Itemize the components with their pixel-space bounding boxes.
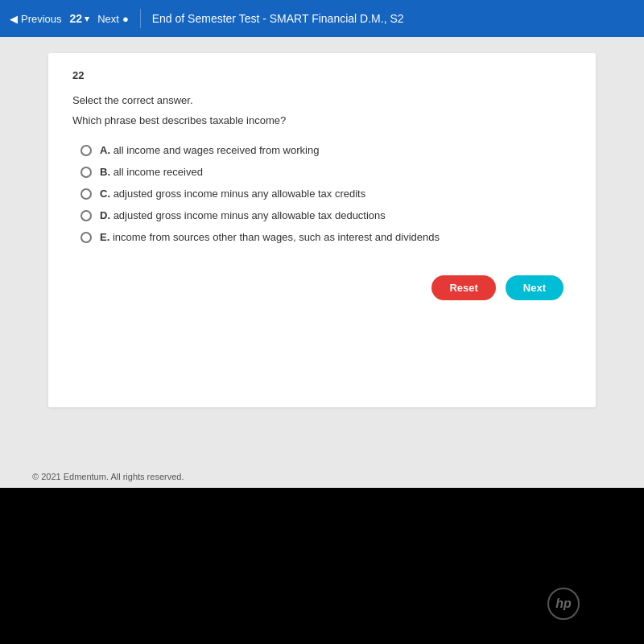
- question-number-selector[interactable]: 22 ▾: [70, 12, 90, 25]
- buttons-row: Reset Next: [72, 275, 572, 300]
- content-area: 22 Select the correct answer. Which phra…: [0, 37, 644, 488]
- option-text-e: income from sources other than wages, su…: [113, 231, 440, 243]
- instruction-text: Select the correct answer.: [72, 94, 572, 106]
- question-number-badge: 22: [72, 69, 572, 81]
- question-card: 22 Select the correct answer. Which phra…: [48, 53, 596, 407]
- radio-b[interactable]: [80, 167, 92, 178]
- option-letter-a: A.: [100, 144, 110, 156]
- previous-arrow: ◀: [10, 13, 18, 25]
- nav-divider: [140, 9, 141, 28]
- next-nav-icon: ●: [122, 13, 129, 25]
- option-letter-e: E.: [100, 231, 109, 243]
- page-title: End of Semester Test - SMART Financial D…: [152, 12, 404, 25]
- option-letter-b: B.: [100, 166, 110, 178]
- reset-button[interactable]: Reset: [431, 275, 495, 300]
- hp-logo: hp: [547, 588, 580, 620]
- option-text-b: all income received: [114, 166, 203, 178]
- radio-c[interactable]: [80, 188, 92, 200]
- option-a[interactable]: A. all income and wages received from wo…: [80, 144, 572, 156]
- option-text-d: adjusted gross income minus any allowabl…: [114, 209, 386, 221]
- previous-label: Previous: [21, 13, 62, 25]
- chevron-down-icon: ▾: [85, 14, 89, 24]
- radio-e[interactable]: [80, 232, 92, 243]
- option-e[interactable]: E. income from sources other than wages,…: [80, 231, 572, 243]
- next-nav-label: Next: [97, 13, 119, 25]
- previous-button[interactable]: ◀ Previous: [10, 13, 62, 25]
- option-c[interactable]: C. adjusted gross income minus any allow…: [80, 188, 572, 200]
- option-d[interactable]: D. adjusted gross income minus any allow…: [80, 209, 572, 221]
- option-text-c: adjusted gross income minus any allowabl…: [114, 188, 366, 200]
- radio-a[interactable]: [80, 145, 92, 156]
- copyright-text: © 2021 Edmentum. All rights reserved.: [32, 472, 184, 481]
- question-text: Which phrase best describes taxable inco…: [72, 114, 572, 126]
- radio-d[interactable]: [80, 210, 92, 221]
- option-letter-d: D.: [100, 209, 110, 221]
- option-letter-c: C.: [100, 188, 110, 200]
- options-list: A. all income and wages received from wo…: [80, 144, 572, 243]
- top-nav-bar: ◀ Previous 22 ▾ Next ● End of Semester T…: [0, 0, 644, 37]
- option-b[interactable]: B. all income received: [80, 166, 572, 178]
- next-nav-button[interactable]: Next ●: [97, 13, 129, 25]
- next-button[interactable]: Next: [506, 275, 564, 300]
- option-text-a: all income and wages received from worki…: [114, 144, 320, 156]
- question-number-value: 22: [70, 12, 83, 25]
- laptop-bezel: hp: [0, 488, 644, 644]
- footer: © 2021 Edmentum. All rights reserved.: [32, 472, 184, 481]
